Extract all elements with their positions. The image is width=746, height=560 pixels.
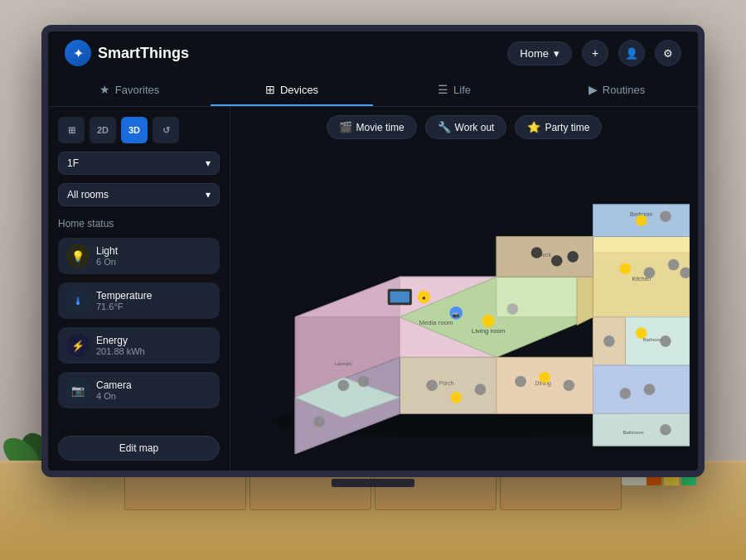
edit-map-button[interactable]: Edit map bbox=[58, 436, 220, 461]
device-pin-21[interactable] bbox=[539, 372, 550, 384]
energy-icon: ⚡ bbox=[66, 334, 90, 357]
device-pin-20[interactable] bbox=[515, 376, 526, 388]
light-name: Light bbox=[96, 245, 118, 257]
camera-name: Camera bbox=[96, 379, 132, 391]
device-pin-22[interactable] bbox=[563, 379, 574, 391]
home-dropdown-icon: ▾ bbox=[554, 47, 560, 60]
energy-name: Energy bbox=[96, 335, 145, 346]
temperature-info: Temperature 71.6°F bbox=[96, 290, 152, 311]
nav-tabs: ★ Favorites ⊞ Devices ☰ Life ▶ Routines bbox=[48, 75, 698, 107]
workout-icon: 🔧 bbox=[438, 121, 451, 133]
device-pin-24[interactable] bbox=[644, 384, 656, 395]
device-pin-27[interactable] bbox=[358, 376, 370, 388]
devices-icon: ⊞ bbox=[265, 83, 275, 96]
life-icon: ☰ bbox=[438, 83, 448, 96]
home-status-section-label: Home status bbox=[58, 218, 220, 229]
tab-devices-label: Devices bbox=[280, 84, 318, 96]
device-pin-17[interactable] bbox=[426, 379, 438, 391]
wall-background: ✏ ✦ SmartThings Home ▾ bbox=[0, 0, 746, 560]
app-header: ✦ SmartThings Home ▾ + 👤 bbox=[48, 31, 698, 75]
home-label: Home bbox=[520, 47, 549, 60]
status-energy[interactable]: ⚡ Energy 201.88 kWh bbox=[58, 327, 220, 364]
app-name: SmartThings bbox=[98, 45, 189, 62]
light-icon: 💡 bbox=[66, 244, 90, 268]
party-icon: ⭐ bbox=[527, 121, 540, 133]
device-pin-12[interactable] bbox=[636, 215, 647, 226]
movie-time-label: Movie time bbox=[356, 122, 404, 133]
tab-routines[interactable]: ▶ Routines bbox=[535, 75, 698, 106]
media-tv-screen bbox=[390, 292, 409, 303]
tab-devices[interactable]: ⊞ Devices bbox=[211, 75, 373, 106]
temperature-name: Temperature bbox=[96, 290, 152, 302]
tab-favorites[interactable]: ★ Favorites bbox=[48, 75, 211, 106]
tab-routines-label: Routines bbox=[603, 84, 645, 96]
view-controls: ⊞ 2D 3D ↺ bbox=[58, 117, 220, 143]
header-controls: Home ▾ + 👤 ⚙ bbox=[507, 40, 681, 66]
camera-icon: 📷 bbox=[66, 379, 90, 402]
history-icon: ↺ bbox=[162, 125, 170, 136]
floor-selector[interactable]: 1F ▾ bbox=[58, 152, 220, 175]
history-button[interactable]: ↺ bbox=[153, 117, 179, 143]
device-pin-15[interactable] bbox=[636, 327, 647, 339]
temperature-value: 71.6°F bbox=[96, 302, 152, 311]
add-button[interactable]: + bbox=[582, 40, 608, 66]
device-pin-4[interactable] bbox=[506, 303, 518, 315]
work-out-button[interactable]: 🔧 Work out bbox=[425, 115, 507, 139]
bedroom-lower-floor bbox=[593, 365, 690, 413]
device-pin-6[interactable] bbox=[551, 255, 563, 267]
device-pin-16[interactable] bbox=[660, 336, 671, 347]
floor-label: 1F bbox=[67, 157, 79, 169]
device-pin-19[interactable] bbox=[475, 384, 487, 395]
camera-info: Camera 4 On bbox=[96, 379, 132, 401]
3d-view-button[interactable]: 3D bbox=[121, 117, 148, 143]
kitchen-top bbox=[593, 237, 690, 253]
device-pin-10[interactable] bbox=[668, 259, 680, 271]
2d-label: 2D bbox=[97, 125, 109, 135]
device-pin-8[interactable] bbox=[619, 263, 631, 275]
room-dropdown-icon: ▾ bbox=[206, 189, 211, 200]
home-selector[interactable]: Home ▾ bbox=[507, 41, 572, 65]
energy-info: Energy 201.88 kWh bbox=[96, 335, 145, 356]
routines-icon: ▶ bbox=[589, 83, 598, 96]
movie-time-button[interactable]: 🎬 Movie time bbox=[327, 115, 417, 139]
floor-plan-container: Media room Living room Kitchen Deck Bedr… bbox=[230, 147, 698, 471]
tv-frame: ✦ SmartThings Home ▾ + 👤 bbox=[41, 25, 705, 477]
pin-icon-1: ● bbox=[422, 294, 426, 302]
app-logo: ✦ SmartThings bbox=[65, 40, 189, 66]
device-pin-28[interactable] bbox=[313, 416, 325, 427]
grid-icon: ⊞ bbox=[68, 125, 75, 136]
status-camera[interactable]: 📷 Camera 4 On bbox=[58, 372, 220, 408]
light-info: Light 6 On bbox=[96, 245, 118, 267]
room-selector[interactable]: All rooms ▾ bbox=[58, 183, 220, 206]
2d-view-button[interactable]: 2D bbox=[90, 117, 116, 143]
grid-view-button[interactable]: ⊞ bbox=[58, 117, 85, 143]
device-pin-25[interactable] bbox=[660, 424, 671, 436]
scene-toolbar: 🎬 Movie time 🔧 Work out ⭐ Party time bbox=[230, 107, 698, 147]
device-pin-5[interactable] bbox=[531, 247, 543, 258]
movie-icon: 🎬 bbox=[339, 121, 352, 133]
favorites-icon: ★ bbox=[99, 83, 110, 96]
sidebar: ⊞ 2D 3D ↺ 1F bbox=[48, 107, 230, 471]
tv-screen: ✦ SmartThings Home ▾ + 👤 bbox=[48, 31, 698, 471]
status-light[interactable]: 💡 Light 6 On bbox=[58, 238, 220, 274]
laundry-label: Laundry bbox=[335, 361, 352, 366]
device-pin-13[interactable] bbox=[660, 210, 671, 222]
tab-life[interactable]: ☰ Life bbox=[373, 75, 535, 106]
profile-button[interactable]: 👤 bbox=[618, 40, 645, 66]
energy-value: 201.88 kWh bbox=[96, 346, 145, 356]
device-pin-9[interactable] bbox=[644, 267, 656, 278]
device-pin-23[interactable] bbox=[619, 388, 631, 399]
device-pin-3[interactable] bbox=[482, 315, 495, 328]
party-time-button[interactable]: ⭐ Party time bbox=[515, 115, 602, 139]
device-pin-26[interactable] bbox=[337, 379, 349, 391]
main-content: ⊞ 2D 3D ↺ 1F bbox=[48, 107, 698, 471]
device-pin-14[interactable] bbox=[603, 336, 615, 347]
status-temperature[interactable]: 🌡 Temperature 71.6°F bbox=[58, 282, 220, 319]
device-pin-7[interactable] bbox=[567, 251, 579, 263]
floor-plan-svg: Media room Living room Kitchen Deck Bedr… bbox=[239, 156, 690, 462]
camera-value: 4 On bbox=[96, 391, 132, 401]
work-out-label: Work out bbox=[455, 122, 495, 133]
settings-button[interactable]: ⚙ bbox=[655, 40, 681, 66]
pin-icon-2: 📷 bbox=[453, 311, 460, 318]
device-pin-18[interactable] bbox=[450, 392, 462, 403]
